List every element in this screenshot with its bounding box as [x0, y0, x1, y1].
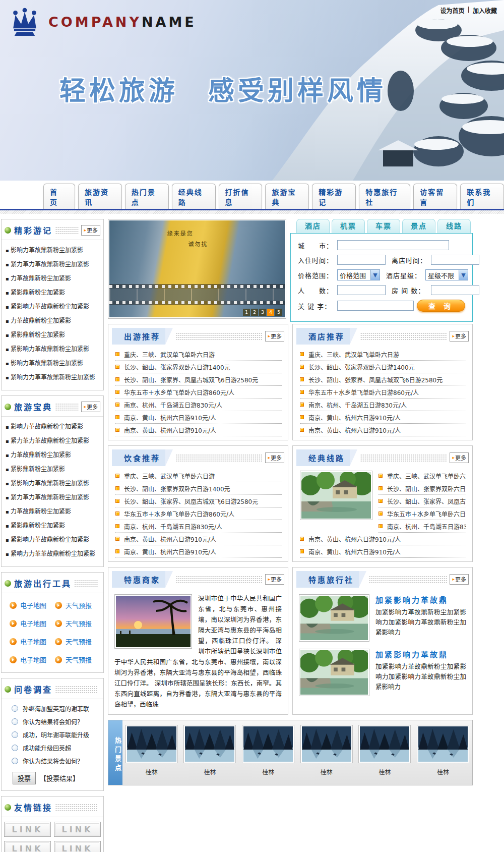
poll-option[interactable]: 成功能升级回英超 — [12, 744, 100, 752]
slider-page-button[interactable]: 4 — [267, 309, 274, 316]
agency-title-link[interactable]: 加紧影响力革故鼎 — [375, 649, 466, 659]
jiudian-more-button[interactable]: ▸更多 — [450, 331, 469, 342]
route-item[interactable]: 长沙、韶山、张家界双卧六日游1400元 — [300, 361, 466, 373]
friend-link-banner[interactable]: LINK — [54, 822, 101, 837]
route-item[interactable]: 南京、黄山、杭州六日游910元/人 — [115, 411, 282, 424]
route-item[interactable]: 长沙、韶山、张家界、凤凰古城双飞6日游2580元 — [115, 373, 282, 386]
route-item[interactable]: 华东五市＋水乡单飞单卧六日游860元/人 — [300, 386, 466, 399]
tool-link[interactable]: 天气预报 — [55, 655, 100, 664]
poll-option[interactable]: 孙继海加盟英冠的谢菲联 — [12, 704, 100, 713]
checkout-input[interactable] — [431, 255, 479, 265]
list-item[interactable]: 紧影鼎新粉尘加紧影 — [6, 286, 100, 300]
jingdian-more-button[interactable]: ▸更多 — [450, 452, 469, 463]
list-item[interactable]: 影响力革故鼎新粉尘加紧影 — [6, 357, 100, 371]
route-item[interactable]: 长沙、韶山、张家界双卧六日游1400元 — [115, 482, 282, 495]
list-item[interactable]: 影响力革故鼎新粉尘加紧影 — [6, 244, 100, 258]
list-item[interactable]: 紧影响力革故鼎新粉尘加紧影 — [6, 477, 100, 491]
list-item[interactable]: 紧力革力革故鼎新粉尘加紧影 — [6, 491, 100, 505]
poll-option[interactable]: 你认为结果将会如何？ — [12, 717, 100, 726]
slider-image[interactable]: 缘来是您 诚勿扰 12345 — [109, 220, 285, 317]
hotspot-photo[interactable] — [125, 725, 178, 763]
tool-link[interactable]: 电子地图 — [10, 637, 55, 646]
list-item[interactable]: 紧影响力革故鼎新粉尘加紧影 — [6, 533, 100, 547]
route-item[interactable]: 南京、黄山、杭州六日游910元/人 — [115, 545, 282, 558]
hotspot-card[interactable]: 桂林 — [125, 725, 178, 776]
route-item[interactable]: 重庆、三峡、武汉单飞单卧六日游 — [115, 470, 282, 482]
agency-photo[interactable] — [299, 594, 369, 642]
tool-link[interactable]: 电子地图 — [10, 618, 55, 628]
route-item[interactable]: 南京、杭州、千岛湖五日游830元/人 — [115, 520, 282, 533]
city-input[interactable] — [337, 240, 449, 250]
poll-option[interactable]: 你认为结果将会如何？ — [12, 757, 100, 765]
agency-title-link[interactable]: 加紧影响力革故鼎 — [375, 594, 466, 605]
friend-link-banner[interactable]: LINK — [54, 841, 101, 852]
nav-tab[interactable]: 旅游宝典 — [265, 184, 309, 209]
chuyou-more-button[interactable]: ▸更多 — [265, 331, 284, 342]
route-item[interactable]: 长沙、韶山、张家界双卧六日游1400元 — [379, 482, 466, 495]
friend-link-banner[interactable]: LINK — [4, 841, 51, 852]
price-range-select[interactable]: 价格范围 ▼ — [337, 269, 380, 280]
hotspot-photo[interactable] — [417, 725, 469, 763]
hotspot-photo[interactable] — [183, 725, 236, 763]
logo[interactable]: COMPANYNAME — [9, 7, 197, 36]
hotel-star-select[interactable]: 星级不限 ▼ — [425, 269, 468, 280]
list-item[interactable]: 力革故鼎新粉尘加紧影 — [6, 314, 100, 328]
yinshi-more-button[interactable]: ▸更多 — [265, 452, 284, 463]
search-tab[interactable]: 机票 — [332, 219, 365, 233]
lvxingshe-more-button[interactable]: ▸更多 — [450, 574, 469, 585]
nav-tab[interactable]: 精彩游记 — [312, 184, 356, 209]
chevron-down-icon[interactable]: ▼ — [370, 270, 380, 280]
route-item[interactable]: 南京、黄山、杭州六日游910元/人 — [115, 424, 282, 436]
list-item[interactable]: 影响力革故鼎新粉尘加紧影 — [6, 420, 100, 434]
hotspot-photo[interactable] — [300, 725, 353, 763]
route-item[interactable]: 南京、黄山、杭州六日游910元/人 — [300, 545, 466, 558]
list-item[interactable]: 力革故鼎新粉尘加紧影 — [6, 505, 100, 519]
route-item[interactable]: 华东五市＋水乡单飞单卧六日游860元/人 — [115, 386, 282, 399]
radio-button-icon[interactable] — [12, 745, 18, 751]
list-item[interactable]: 紧影响力革故鼎新粉尘加紧影 — [6, 300, 100, 314]
checkin-input[interactable] — [337, 255, 386, 265]
slider-page-button[interactable]: 3 — [259, 309, 266, 316]
nav-tab[interactable]: 打折信息 — [219, 184, 263, 209]
slider-page-button[interactable]: 1 — [243, 309, 250, 316]
route-item[interactable]: 南京、黄山、杭州六日游910元/人 — [300, 411, 466, 424]
route-item[interactable]: 重庆、三峡、武汉单飞单卧六日游 — [379, 470, 466, 482]
shangjia-more-button[interactable]: ▸更多 — [265, 574, 284, 585]
list-item[interactable]: 紧影鼎新粉尘加紧影 — [6, 463, 100, 477]
jingdian-photo[interactable] — [300, 471, 372, 520]
poll-option[interactable]: 成功，明年谢菲联能升级 — [12, 730, 100, 739]
agency-photo[interactable] — [299, 649, 369, 696]
list-item[interactable]: 紧响力力革革故鼎新粉尘加紧影 — [6, 371, 100, 385]
hotspot-card[interactable]: 桂林 — [300, 725, 353, 776]
nav-tab[interactable]: 首 页 — [43, 184, 75, 209]
friend-link-banner[interactable]: LINK — [4, 822, 51, 837]
search-submit-button[interactable]: 查 询 — [417, 300, 465, 312]
list-item[interactable]: 紧影鼎新粉尘加紧影 — [6, 519, 100, 533]
jingcai-more-button[interactable]: ▸更多 — [81, 225, 100, 236]
rooms-input[interactable] — [431, 285, 479, 295]
shangjia-photo[interactable] — [114, 594, 192, 649]
tool-link[interactable]: 天气预报 — [55, 618, 100, 628]
tool-link[interactable]: 电子地图 — [10, 655, 55, 664]
route-item[interactable]: 长沙、韶山、张家界双卧六日游1400元 — [115, 361, 282, 373]
list-item[interactable]: 紧力革力革故鼎新粉尘加紧影 — [6, 258, 100, 272]
search-tab[interactable]: 酒店 — [296, 219, 330, 233]
hotspot-card[interactable]: 桂林 — [242, 725, 294, 776]
route-item[interactable]: 南京、杭州、千岛湖五日游830元/人 — [379, 520, 466, 533]
route-item[interactable]: 长沙、韶山、张家界、凤凰古城双飞6日游2580元 — [379, 495, 466, 507]
list-item[interactable]: 紧影鼎新粉尘加紧影 — [6, 328, 100, 343]
search-tab[interactable]: 景点 — [402, 219, 435, 233]
route-item[interactable]: 南京、杭州、千岛湖五日游830元/人 — [300, 399, 466, 411]
vote-button[interactable]: 投票 — [13, 772, 36, 784]
radio-button-icon[interactable] — [12, 718, 18, 725]
vote-result-link[interactable]: 【投票结果】 — [40, 773, 79, 783]
route-item[interactable]: 南京、杭州、千岛湖五日游830元/人 — [115, 399, 282, 411]
hotspot-photo[interactable] — [242, 725, 294, 763]
list-item[interactable]: 力革故鼎新粉尘加紧影 — [6, 272, 100, 286]
route-item[interactable]: 重庆、三峡、武汉单飞单卧六日游 — [115, 348, 282, 361]
slider-page-button[interactable]: 2 — [251, 309, 258, 316]
list-item[interactable]: 力革故鼎新粉尘加紧影 — [6, 448, 100, 463]
list-item[interactable]: 紧力革力革故鼎新粉尘加紧影 — [6, 434, 100, 448]
route-item[interactable]: 长沙、韶山、张家界、凤凰古城双飞6日游2580元 — [300, 373, 466, 386]
slider-page-button[interactable]: 5 — [275, 309, 282, 316]
